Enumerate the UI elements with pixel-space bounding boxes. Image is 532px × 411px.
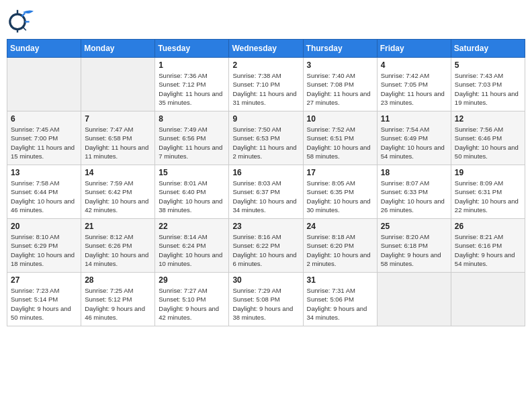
day-number: 11: [381, 114, 447, 124]
day-info: Sunrise: 7:50 AMSunset: 6:53 PMDaylight:…: [232, 125, 299, 161]
calendar-week-row: 6Sunrise: 7:45 AMSunset: 7:00 PMDaylight…: [7, 111, 525, 165]
day-info: Sunrise: 8:14 AMSunset: 6:24 PMDaylight:…: [159, 232, 225, 268]
day-number: 29: [159, 275, 225, 285]
day-number: 30: [232, 275, 299, 285]
calendar-cell: [81, 58, 155, 111]
day-number: 6: [11, 114, 77, 124]
day-number: 15: [159, 168, 225, 177]
calendar-cell: 29Sunrise: 7:27 AMSunset: 5:10 PMDayligh…: [155, 273, 229, 326]
calendar-cell: 27Sunrise: 7:23 AMSunset: 5:14 PMDayligh…: [7, 273, 81, 326]
day-number: 22: [159, 222, 225, 231]
calendar-cell: 22Sunrise: 8:14 AMSunset: 6:24 PMDayligh…: [155, 219, 229, 273]
day-info: Sunrise: 8:09 AMSunset: 6:31 PMDaylight:…: [455, 179, 521, 214]
day-info: Sunrise: 7:52 AMSunset: 6:51 PMDaylight:…: [307, 125, 373, 161]
day-number: 21: [85, 222, 151, 231]
calendar-header-thursday: Thursday: [303, 40, 377, 58]
day-number: 2: [232, 60, 299, 70]
day-number: 10: [307, 114, 373, 124]
calendar-cell: 30Sunrise: 7:29 AMSunset: 5:08 PMDayligh…: [229, 273, 303, 326]
day-number: 28: [85, 275, 151, 285]
day-info: Sunrise: 7:23 AMSunset: 5:14 PMDaylight:…: [11, 286, 77, 322]
calendar-cell: 20Sunrise: 8:10 AMSunset: 6:29 PMDayligh…: [7, 219, 81, 273]
day-info: Sunrise: 7:42 AMSunset: 7:05 PMDaylight:…: [381, 71, 447, 107]
day-number: 24: [307, 222, 373, 231]
calendar-header-monday: Monday: [81, 40, 155, 58]
calendar-table: SundayMondayTuesdayWednesdayThursdayFrid…: [7, 39, 525, 326]
day-number: 26: [455, 222, 521, 231]
calendar-header-tuesday: Tuesday: [155, 40, 229, 58]
day-info: Sunrise: 7:36 AMSunset: 7:12 PMDaylight:…: [159, 71, 225, 107]
day-info: Sunrise: 7:59 AMSunset: 6:42 PMDaylight:…: [85, 179, 151, 214]
calendar-header-row: SundayMondayTuesdayWednesdayThursdayFrid…: [7, 40, 525, 58]
calendar-cell: 9Sunrise: 7:50 AMSunset: 6:53 PMDaylight…: [229, 111, 303, 165]
calendar-header-wednesday: Wednesday: [229, 40, 303, 58]
day-info: Sunrise: 8:21 AMSunset: 6:16 PMDaylight:…: [455, 232, 521, 268]
day-number: 19: [455, 168, 521, 177]
day-number: 17: [307, 168, 373, 177]
calendar-week-row: 13Sunrise: 7:58 AMSunset: 6:44 PMDayligh…: [7, 165, 525, 219]
calendar-header-friday: Friday: [377, 40, 451, 58]
calendar-cell: 13Sunrise: 7:58 AMSunset: 6:44 PMDayligh…: [7, 165, 81, 219]
calendar-cell: 14Sunrise: 7:59 AMSunset: 6:42 PMDayligh…: [81, 165, 155, 219]
calendar-cell: 1Sunrise: 7:36 AMSunset: 7:12 PMDaylight…: [155, 58, 229, 111]
calendar-cell: [377, 273, 451, 326]
calendar-header-saturday: Saturday: [451, 40, 525, 58]
day-info: Sunrise: 7:31 AMSunset: 5:06 PMDaylight:…: [307, 286, 373, 322]
day-number: 27: [11, 275, 77, 285]
calendar-cell: 24Sunrise: 8:18 AMSunset: 6:20 PMDayligh…: [303, 219, 377, 273]
logo: [7, 7, 36, 34]
day-info: Sunrise: 7:29 AMSunset: 5:08 PMDaylight:…: [232, 286, 299, 322]
day-info: Sunrise: 7:40 AMSunset: 7:08 PMDaylight:…: [307, 71, 373, 107]
day-number: 8: [159, 114, 225, 124]
day-number: 3: [307, 60, 373, 70]
day-number: 1: [159, 60, 225, 70]
day-number: 25: [381, 222, 447, 231]
calendar-cell: [7, 58, 81, 111]
calendar-cell: 15Sunrise: 8:01 AMSunset: 6:40 PMDayligh…: [155, 165, 229, 219]
day-info: Sunrise: 7:45 AMSunset: 7:00 PMDaylight:…: [11, 125, 77, 161]
calendar-cell: [451, 273, 525, 326]
calendar-cell: 5Sunrise: 7:43 AMSunset: 7:03 PMDaylight…: [451, 58, 525, 111]
day-number: 13: [11, 168, 77, 177]
calendar-cell: 19Sunrise: 8:09 AMSunset: 6:31 PMDayligh…: [451, 165, 525, 219]
day-info: Sunrise: 8:18 AMSunset: 6:20 PMDaylight:…: [307, 232, 373, 268]
day-number: 23: [232, 222, 299, 231]
day-number: 9: [232, 114, 299, 124]
day-number: 20: [11, 222, 77, 231]
day-number: 5: [455, 60, 521, 70]
logo-icon: [7, 7, 34, 34]
calendar-week-row: 20Sunrise: 8:10 AMSunset: 6:29 PMDayligh…: [7, 219, 525, 273]
day-info: Sunrise: 8:16 AMSunset: 6:22 PMDaylight:…: [232, 232, 299, 268]
calendar-cell: 18Sunrise: 8:07 AMSunset: 6:33 PMDayligh…: [377, 165, 451, 219]
calendar-cell: 12Sunrise: 7:56 AMSunset: 6:46 PMDayligh…: [451, 111, 525, 165]
calendar-cell: 16Sunrise: 8:03 AMSunset: 6:37 PMDayligh…: [229, 165, 303, 219]
calendar-cell: 28Sunrise: 7:25 AMSunset: 5:12 PMDayligh…: [81, 273, 155, 326]
day-info: Sunrise: 8:03 AMSunset: 6:37 PMDaylight:…: [232, 179, 299, 214]
day-info: Sunrise: 7:49 AMSunset: 6:56 PMDaylight:…: [159, 125, 225, 161]
calendar-cell: 4Sunrise: 7:42 AMSunset: 7:05 PMDaylight…: [377, 58, 451, 111]
calendar-cell: 3Sunrise: 7:40 AMSunset: 7:08 PMDaylight…: [303, 58, 377, 111]
day-info: Sunrise: 7:43 AMSunset: 7:03 PMDaylight:…: [455, 71, 521, 107]
day-info: Sunrise: 8:20 AMSunset: 6:18 PMDaylight:…: [381, 232, 447, 268]
day-info: Sunrise: 8:12 AMSunset: 6:26 PMDaylight:…: [85, 232, 151, 268]
day-number: 31: [307, 275, 373, 285]
day-info: Sunrise: 7:58 AMSunset: 6:44 PMDaylight:…: [11, 179, 77, 214]
calendar-cell: 25Sunrise: 8:20 AMSunset: 6:18 PMDayligh…: [377, 219, 451, 273]
day-info: Sunrise: 8:05 AMSunset: 6:35 PMDaylight:…: [307, 179, 373, 214]
calendar-cell: 17Sunrise: 8:05 AMSunset: 6:35 PMDayligh…: [303, 165, 377, 219]
day-number: 16: [232, 168, 299, 177]
day-info: Sunrise: 8:01 AMSunset: 6:40 PMDaylight:…: [159, 179, 225, 214]
day-info: Sunrise: 8:10 AMSunset: 6:29 PMDaylight:…: [11, 232, 77, 268]
day-info: Sunrise: 7:56 AMSunset: 6:46 PMDaylight:…: [455, 125, 521, 161]
calendar-cell: 2Sunrise: 7:38 AMSunset: 7:10 PMDaylight…: [229, 58, 303, 111]
day-number: 12: [455, 114, 521, 124]
day-number: 14: [85, 168, 151, 177]
calendar-cell: 11Sunrise: 7:54 AMSunset: 6:49 PMDayligh…: [377, 111, 451, 165]
day-info: Sunrise: 7:25 AMSunset: 5:12 PMDaylight:…: [85, 286, 151, 322]
day-info: Sunrise: 7:47 AMSunset: 6:58 PMDaylight:…: [85, 125, 151, 161]
calendar-cell: 26Sunrise: 8:21 AMSunset: 6:16 PMDayligh…: [451, 219, 525, 273]
day-info: Sunrise: 7:54 AMSunset: 6:49 PMDaylight:…: [381, 125, 447, 161]
day-number: 18: [381, 168, 447, 177]
day-number: 7: [85, 114, 151, 124]
calendar-cell: 10Sunrise: 7:52 AMSunset: 6:51 PMDayligh…: [303, 111, 377, 165]
